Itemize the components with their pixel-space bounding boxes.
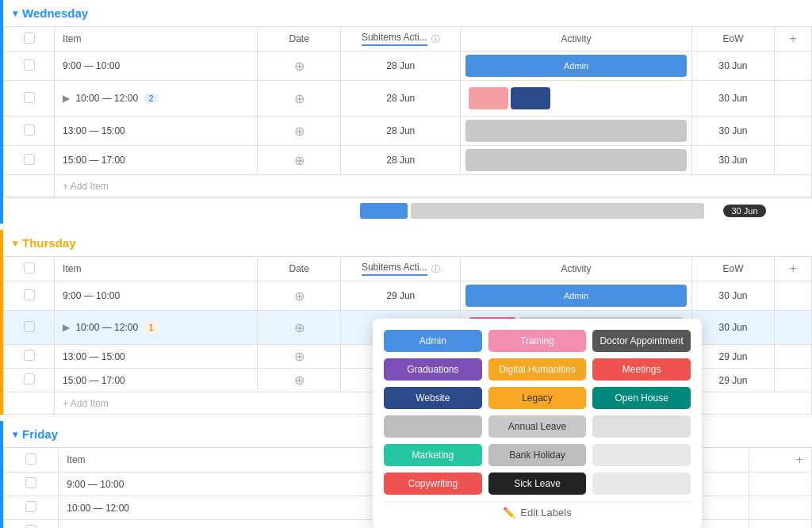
wed-row2-activity: [461, 81, 691, 117]
label-legacy[interactable]: Legacy: [488, 387, 587, 409]
fri-check-all[interactable]: [25, 453, 36, 465]
label-graduations[interactable]: Graduations: [384, 358, 482, 381]
wed-summary-row: 30 Jun: [6, 197, 812, 224]
wed-row2-date: 28 Jun: [341, 81, 461, 117]
fri-row1-check[interactable]: [25, 477, 36, 488]
thu-add-col-button[interactable]: +: [790, 262, 797, 275]
thu-row3-eow: 29 Jun: [691, 345, 775, 369]
label-website[interactable]: Website: [384, 387, 482, 409]
label-meetings[interactable]: Meetings: [592, 358, 691, 381]
fri-row2-check[interactable]: [25, 501, 36, 512]
wed-row1-check[interactable]: [24, 59, 35, 71]
thu-row3-time: 13:00 — 15:00: [55, 345, 258, 369]
wed-row2-check[interactable]: [24, 92, 35, 103]
wednesday-chevron[interactable]: ▾: [13, 8, 17, 19]
thu-row4-add[interactable]: ⊕: [294, 373, 304, 387]
label-copywriting[interactable]: Copywriting: [384, 473, 482, 495]
thursday-label: Thursday: [22, 236, 76, 250]
subitems-info-icon[interactable]: ⓘ: [431, 33, 440, 45]
wed-row1-time: 9:00 — 10:00: [55, 52, 258, 81]
thu-row4-check[interactable]: [24, 373, 35, 385]
thu-row2-time: ▶ 10:00 — 12:00 1: [55, 311, 258, 345]
wed-row-1: 9:00 — 10:00 ⊕ 28 Jun Admin 30 Jun: [4, 52, 812, 81]
wed-row3-check[interactable]: [24, 124, 35, 136]
thu-row2-add[interactable]: ⊕: [294, 321, 304, 335]
wed-row2-add[interactable]: ⊕: [294, 92, 304, 105]
fri-add-col-button[interactable]: +: [796, 453, 803, 466]
label-marketing[interactable]: Marketing: [384, 444, 482, 466]
thu-col-subitems: Subitems Acti... ⓘ: [341, 257, 461, 281]
label-sick-leave[interactable]: Sick Leave: [488, 473, 587, 495]
wed-row3-date: 28 Jun: [341, 117, 461, 146]
wed-row4-gray-bar: [465, 149, 686, 171]
friday-chevron[interactable]: ▾: [13, 429, 17, 440]
thu-check-all[interactable]: [24, 262, 35, 274]
wed-row4-eow: 30 Jun: [691, 146, 775, 175]
wed-row2-badge: 2: [144, 93, 158, 104]
thu-row1-eow: 30 Jun: [691, 281, 775, 311]
wed-row2-time: ▶ 10:00 — 12:00 2: [55, 81, 258, 117]
wed-row-2: ▶ 10:00 — 12:00 2 ⊕ 28 Jun 30 Jun: [4, 81, 812, 117]
wed-row2-expand[interactable]: ▶: [63, 93, 70, 104]
friday-label: Friday: [22, 427, 58, 441]
wed-add-item-btn[interactable]: + Add Item: [55, 175, 812, 197]
label-bank-holiday[interactable]: Bank Holiday: [488, 444, 587, 466]
label-admin[interactable]: Admin: [384, 330, 482, 352]
thu-col-eow: EoW: [691, 257, 775, 281]
wednesday-header: ▾ Wednesday: [3, 0, 812, 26]
wed-row4-add[interactable]: ⊕: [294, 154, 304, 167]
label-training[interactable]: Training: [488, 330, 587, 352]
thu-row4-time: 15:00 — 17:00: [55, 369, 258, 392]
label-empty-4[interactable]: [592, 473, 691, 495]
label-empty-3[interactable]: [592, 444, 691, 466]
wed-row3-activity: [461, 117, 691, 146]
wed-row3-eow: 30 Jun: [691, 117, 775, 146]
thu-row3-add[interactable]: ⊕: [294, 350, 304, 363]
thu-col-activity: Activity: [461, 257, 691, 281]
wed-row1-eow: 30 Jun: [691, 52, 775, 81]
label-digital-humanities[interactable]: Digital Humanities: [488, 358, 587, 381]
thu-row2-badge: 1: [144, 322, 158, 333]
thu-row1-check[interactable]: [24, 289, 35, 300]
wed-col-activity: Activity: [461, 27, 691, 52]
wed-row4-check[interactable]: [24, 154, 35, 165]
thu-row2-expand[interactable]: ▶: [63, 322, 70, 333]
wednesday-section: ▾ Wednesday Item Date Subitems Acti... ⓘ: [0, 0, 812, 224]
wed-row1-date: 28 Jun: [341, 52, 461, 81]
wed-row2-eow: 30 Jun: [691, 81, 775, 117]
thu-row1-add[interactable]: ⊕: [294, 289, 304, 303]
thu-col-item: Item: [55, 257, 258, 281]
label-empty-1[interactable]: [384, 415, 482, 438]
wed-row1-activity: Admin: [461, 52, 691, 81]
edit-labels-row[interactable]: ✏️ Edit Labels: [384, 501, 691, 518]
fri-row3-time: 13:00 — 15:00: [59, 520, 404, 529]
thu-row2-check[interactable]: [24, 321, 35, 332]
thu-subitems-info-icon[interactable]: ⓘ: [431, 263, 440, 275]
label-doctor-appointment[interactable]: Doctor Appointment: [592, 330, 691, 352]
fri-row3-check[interactable]: [25, 525, 36, 528]
wed-check-all[interactable]: [24, 33, 35, 44]
wed-add-col-button[interactable]: +: [790, 32, 797, 45]
fri-row2-time: 10:00 — 12:00: [59, 496, 404, 520]
wed-row2-pink-bar: [469, 87, 508, 109]
wed-row-4: 15:00 — 17:00 ⊕ 28 Jun 30 Jun: [4, 146, 812, 175]
thu-row1-activity: Admin: [461, 281, 691, 311]
wed-row4-time: 15:00 — 17:00: [55, 146, 258, 175]
wed-row3-add[interactable]: ⊕: [294, 124, 304, 138]
thursday-chevron[interactable]: ▾: [13, 238, 17, 249]
label-grid: Admin Training Doctor Appointment Gradua…: [384, 330, 691, 495]
label-annual-leave[interactable]: Annual Leave: [488, 415, 587, 438]
label-empty-2[interactable]: [592, 415, 691, 438]
wed-add-item-row: + Add Item: [4, 175, 812, 197]
thu-row1-date: 29 Jun: [341, 281, 461, 311]
wed-row1-add[interactable]: ⊕: [294, 59, 304, 73]
label-open-house[interactable]: Open House: [592, 387, 691, 409]
wed-row2-dark-bar: [511, 87, 550, 109]
fri-col-item: Item: [59, 448, 404, 473]
thu-row3-check[interactable]: [24, 350, 35, 361]
wed-row3-gray-bar: [465, 120, 686, 142]
thu-row-1: 9:00 — 10:00 ⊕ 29 Jun Admin 30 Jun: [4, 281, 812, 311]
wed-add-check: [28, 179, 39, 190]
wed-row3-time: 13:00 — 15:00: [55, 117, 258, 146]
wednesday-table: Item Date Subitems Acti... ⓘ Activity Eo…: [3, 26, 812, 197]
